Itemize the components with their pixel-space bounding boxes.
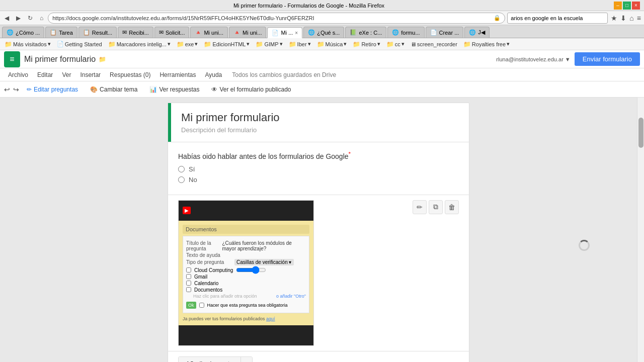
footer-link[interactable]: aquí — [266, 316, 275, 321]
close-button[interactable]: × — [632, 2, 640, 10]
bookmark-label: Marcadores intelig... — [117, 41, 167, 47]
checkbox-required[interactable] — [199, 303, 204, 308]
bookmark-label: screen_recorder — [417, 41, 457, 47]
tab-j[interactable]: 🌐 J◀ — [464, 27, 490, 38]
view-responses-btn[interactable]: 📊 Ver respuestas — [145, 83, 204, 96]
bookmark-edicionhtml[interactable]: 📁 EdicionHTML ▾ — [201, 40, 252, 49]
download-icon[interactable]: ⬇ — [619, 13, 627, 23]
user-email[interactable]: rluna@institutovelez.edu.ar ▼ — [496, 56, 570, 62]
save-status: Todos los cambios guardados en Drive — [232, 71, 336, 78]
home-button[interactable]: ⌂ — [37, 13, 46, 23]
bookmark-gimp[interactable]: 📁 GIMP ▾ — [253, 40, 285, 49]
minimize-button[interactable]: – — [614, 2, 622, 10]
radio-si[interactable] — [178, 166, 185, 172]
redo-button[interactable]: ↪ — [13, 85, 19, 94]
tab-miuni2[interactable]: 🔺 Mi uni... — [229, 27, 267, 38]
add-link[interactable]: o añadir "Otro" — [276, 294, 306, 299]
checkbox-calendario[interactable] — [186, 281, 191, 286]
edit-questions-btn[interactable]: ✏ Editar preguntas — [22, 83, 83, 96]
chevron-down-icon: ▾ — [48, 41, 51, 47]
bookmark-marcadores[interactable]: 📁 Marcadores intelig... ▾ — [106, 40, 173, 49]
folder-icon: 📁 — [289, 41, 296, 48]
tab-solicit[interactable]: ✉ Solicit... — [154, 27, 190, 38]
checkbox-documentos[interactable] — [186, 287, 191, 292]
bookmark-exe[interactable]: 📁 exe ▾ — [174, 40, 201, 49]
tab-como[interactable]: 🌐 ¿Cómo ... — [2, 27, 44, 38]
tab-favicon: ✉ — [122, 29, 127, 36]
tab-exe[interactable]: 📗 eXe : C... — [345, 27, 386, 38]
menu-archivo[interactable]: Archivo — [4, 70, 32, 80]
checkbox-gmail[interactable] — [186, 274, 191, 279]
bookmark-screen-recorder[interactable]: 🖥 screen_recorder — [408, 40, 460, 48]
back-button[interactable]: ◀ — [2, 13, 12, 23]
maximize-button[interactable]: □ — [623, 2, 631, 10]
chevron-down-icon: ▾ — [247, 41, 250, 47]
tab-tarea[interactable]: 📋 Tarea — [45, 27, 77, 38]
bookmark-mas-visitados[interactable]: 📁 Más visitados ▾ — [2, 40, 53, 49]
edit-questions-label: Editar preguntas — [34, 86, 78, 93]
menu-respuestas[interactable]: Respuestas (0) — [106, 70, 154, 80]
page-icon: 📄 — [57, 41, 64, 47]
send-form-button[interactable]: Enviar formulario — [575, 52, 640, 66]
home-nav-icon[interactable]: ⌂ — [628, 13, 634, 23]
chevron-down-icon: ▾ — [308, 41, 311, 47]
tab-label: Recibi... — [129, 30, 149, 36]
checkbox-cloud[interactable] — [186, 267, 191, 273]
url-bar[interactable]: https://docs.google.com/a/institutovelez… — [48, 13, 505, 24]
vfp-title-value: ¿Cuáles fueron los módulos de mayor apre… — [222, 240, 306, 251]
tab-close-icon[interactable]: × — [295, 30, 298, 36]
bookmark-musica[interactable]: 📁 Música ▾ — [314, 40, 350, 49]
scroll-thumb[interactable] — [638, 118, 643, 148]
navbar: ◀ ▶ ↻ ⌂ https://docs.google.com/a/instit… — [0, 11, 644, 25]
right-scrollbar[interactable] — [637, 98, 644, 362]
add-element-label[interactable]: Añadir elemento — [179, 357, 240, 362]
option-label: Cloud Computing — [194, 267, 233, 273]
slider-cloud[interactable] — [236, 268, 266, 272]
titlebar-controls: – □ × — [614, 2, 640, 10]
tab-label: ¿Cómo ... — [16, 30, 40, 36]
menu-ver[interactable]: Ver — [58, 70, 75, 80]
menu-insertar[interactable]: Insertar — [76, 70, 105, 80]
video-section: ✏ ⧉ 🗑 ▶ — [168, 195, 469, 351]
menu-herramientas[interactable]: Herramientas — [155, 70, 200, 80]
refresh-button[interactable]: ↻ — [25, 13, 35, 23]
forward-button[interactable]: ▶ — [14, 13, 23, 23]
bookmark-getting-started[interactable]: 📄 Getting Started — [54, 40, 105, 48]
bookmark-cc[interactable]: 📁 cc ▾ — [384, 40, 407, 49]
folder-icon: 📁 — [353, 41, 360, 48]
search-input[interactable] — [507, 13, 608, 24]
undo-button[interactable]: ↩ — [4, 85, 10, 94]
menu-icon[interactable]: ≡ — [636, 13, 642, 23]
toolbar: ↩ ↪ ✏ Editar preguntas 🎨 Cambiar tema 📊 … — [0, 81, 644, 98]
bookmark-retiro[interactable]: 📁 Retiro ▾ — [350, 40, 382, 49]
menu-ayuda[interactable]: Ayuda — [201, 70, 226, 80]
add-element-dropdown-arrow[interactable]: ▾ — [240, 357, 252, 362]
view-published-btn[interactable]: 👁 Ver el formulario publicado — [207, 83, 295, 96]
menu-editar[interactable]: Editar — [33, 70, 57, 80]
tab-formu[interactable]: 🌐 formu... — [387, 27, 424, 38]
tab-miformulario[interactable]: 📄 Mi ... × — [267, 27, 302, 38]
eye-icon: 👁 — [211, 86, 217, 93]
vfp-type-label: Tipo de pregunta — [186, 259, 231, 265]
tab-crear[interactable]: 📄 Crear ... — [426, 27, 464, 38]
tab-result[interactable]: 📋 Result... — [78, 27, 117, 38]
video-top-bar: ▶ — [179, 201, 313, 221]
add-element-button[interactable]: Añadir elemento ▾ — [178, 356, 253, 362]
vfp-option-documentos: Documentos — [186, 287, 306, 293]
tab-favicon: 📄 — [272, 30, 279, 36]
bookmark-star-icon[interactable]: ★ — [610, 13, 618, 23]
folder-icon: 📁 — [177, 41, 184, 48]
bookmark-royalties[interactable]: 📁 Royalties free ▾ — [461, 40, 512, 49]
content-scroll[interactable]: Mi primer formulario Descripción del for… — [0, 98, 637, 362]
change-theme-btn[interactable]: 🎨 Cambiar tema — [86, 83, 142, 96]
tab-recibi[interactable]: ✉ Recibi... — [118, 27, 153, 38]
tab-miuni1[interactable]: 🔺 Mi uni... — [190, 27, 228, 38]
tab-favicon: 🌐 — [392, 29, 399, 36]
radio-no[interactable] — [178, 176, 185, 183]
vfp-type-value: Casillas de verificación ▾ — [234, 259, 294, 265]
bookmark-iber[interactable]: 📁 Iber ▾ — [286, 40, 313, 49]
video-container: ▶ Documentos Título de la pregunta — [178, 200, 459, 346]
folder-icon: 📁 — [5, 41, 12, 48]
tab-favicon: 🔺 — [233, 29, 240, 36]
tab-ques[interactable]: 🌐 ¿Qué s... — [303, 27, 344, 38]
